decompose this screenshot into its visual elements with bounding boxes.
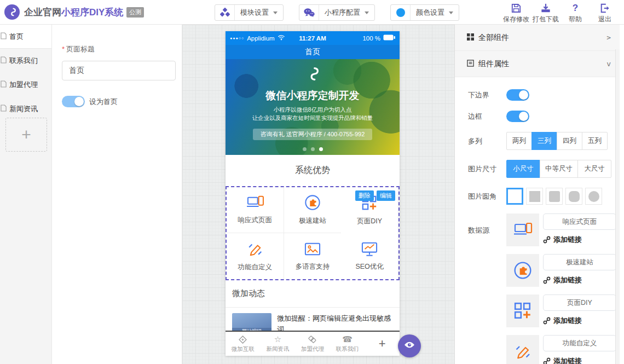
carousel-dots[interactable] xyxy=(226,147,400,151)
carousel-dot-active[interactable] xyxy=(319,147,323,151)
chevron-down-icon xyxy=(273,11,278,14)
datasource-list: 添加链接 添加链接 添加链接 xyxy=(506,213,616,364)
exit-icon xyxy=(600,2,610,13)
page-item-agency[interactable]: 加盟代理 xyxy=(0,73,51,97)
edit-component-button[interactable]: 编辑 xyxy=(377,190,395,201)
tab-news[interactable]: ☆ 新闻资讯 xyxy=(261,334,296,353)
app-logo-icon xyxy=(4,4,20,20)
carousel-dot[interactable] xyxy=(311,147,315,151)
color-settings-dropdown[interactable]: 颜色设置 xyxy=(390,4,459,21)
size-option-large[interactable]: 大尺寸 xyxy=(577,160,611,178)
color-circle-icon xyxy=(391,5,411,20)
chevron-down-icon xyxy=(365,11,369,14)
add-link-button[interactable]: 添加链接 xyxy=(543,356,616,364)
page-doc-icon xyxy=(1,56,7,65)
columns-option-2[interactable]: 两列 xyxy=(506,132,532,150)
exit-button[interactable]: 退出 xyxy=(590,2,620,24)
download-button[interactable]: 打包下载 xyxy=(531,2,561,24)
chevron-down-icon xyxy=(449,11,453,14)
phone-nav-title: 首页 xyxy=(226,45,400,59)
responsive-icon xyxy=(506,213,539,246)
radius-option-none-selected[interactable] xyxy=(506,188,523,205)
size-option-small-selected[interactable]: 小尺寸 xyxy=(506,160,540,178)
chevron-right-icon: > xyxy=(606,33,611,42)
puzzle-icon xyxy=(506,254,539,287)
save-button[interactable]: 保存修改 xyxy=(501,2,531,24)
datasource-item: 添加链接 xyxy=(506,294,616,327)
datasource-item: 添加链接 xyxy=(506,254,616,287)
inspector-panel: 全部组件 > 组件属性 v 下边界 边框 多列 两列 三列 四列 五列 图片尺寸 xyxy=(454,25,620,364)
image-radius-label: 图片圆角 xyxy=(468,192,506,201)
chevron-down-icon: v xyxy=(606,60,611,68)
page-item-home[interactable]: 首页 xyxy=(0,25,51,49)
feature-fast-build[interactable]: 极速建站 xyxy=(284,187,342,233)
all-components-header[interactable]: 全部组件 > xyxy=(455,25,620,51)
datasource-name-input[interactable] xyxy=(543,335,616,351)
app-header: 企业官网小程序DIY系统 公测 模块设置 小程序配置 颜色设置 xyxy=(0,0,624,25)
app-title: 企业官网小程序DIY系统 xyxy=(24,6,123,19)
size-option-medium[interactable]: 中等尺寸 xyxy=(540,160,578,178)
tab-contact[interactable]: ☎ 联系我们 xyxy=(330,334,365,353)
datasource-name-input[interactable] xyxy=(543,213,616,230)
columns-option-5[interactable]: 五列 xyxy=(582,132,608,150)
feature-custom[interactable]: 功能自定义 xyxy=(227,233,284,279)
bottom-border-toggle[interactable] xyxy=(506,89,529,101)
tab-add-button[interactable]: + xyxy=(365,339,400,349)
columns-label: 多列 xyxy=(468,136,506,146)
add-link-button[interactable]: 添加链接 xyxy=(543,316,616,326)
tags-icon xyxy=(308,334,317,344)
page-item-contact[interactable]: 联系我们 xyxy=(0,49,51,73)
feature-responsive[interactable]: 响应式页面 xyxy=(227,187,284,233)
pencil-icon xyxy=(506,335,539,364)
datasource-item: 添加链接 xyxy=(506,335,616,364)
miniprogram-config-dropdown[interactable]: 小程序配置 xyxy=(299,4,375,21)
radius-option-circle[interactable] xyxy=(585,188,602,205)
battery-icon xyxy=(383,34,395,42)
inspector-scrollbar[interactable] xyxy=(615,49,620,364)
tab-brand[interactable]: 微加互联 xyxy=(226,334,261,353)
design-canvas: 11:27 AM ●●●○○ Applidium 100 % 首页 微信小程序定… xyxy=(182,25,454,364)
add-link-button[interactable]: 添加链接 xyxy=(543,275,616,285)
eye-icon xyxy=(404,341,415,351)
brand-diamond-icon xyxy=(238,334,247,344)
add-link-button[interactable]: 添加链接 xyxy=(543,235,616,245)
phone-status-bar: 11:27 AM ●●●○○ Applidium 100 % xyxy=(226,31,400,45)
datasource-name-input[interactable] xyxy=(543,254,616,270)
datasource-name-input[interactable] xyxy=(543,294,616,311)
image-size-label: 图片尺寸 xyxy=(468,164,506,174)
star-icon: ☆ xyxy=(274,334,281,344)
add-page-button[interactable]: + xyxy=(5,118,47,152)
radius-option-medium[interactable] xyxy=(565,188,582,205)
page-title-input[interactable] xyxy=(62,61,176,80)
carousel-dot[interactable] xyxy=(303,147,307,151)
border-toggle[interactable] xyxy=(506,111,529,122)
tab-agency[interactable]: 加盟代理 xyxy=(295,334,330,353)
feature-multilang[interactable]: 多语言支持 xyxy=(284,233,342,279)
responsive-icon xyxy=(246,195,264,212)
module-settings-dropdown[interactable]: 模块设置 xyxy=(215,4,284,21)
banner-slide[interactable]: 微信小程序定制开发 小程序以微信8亿用户为切入点 让企业以及商家在短时间里实现提… xyxy=(226,59,400,155)
radius-option-small[interactable] xyxy=(546,188,563,205)
delete-component-button[interactable]: 删除 xyxy=(355,190,374,201)
set-home-label: 设为首页 xyxy=(89,97,118,107)
phone-icon: ☎ xyxy=(342,334,353,344)
help-icon: ? xyxy=(573,2,578,13)
feature-seo[interactable]: SEO优化 xyxy=(341,233,398,279)
border-label: 边框 xyxy=(468,112,506,122)
columns-option-3-selected[interactable]: 三列 xyxy=(531,132,557,150)
monitor-chart-icon xyxy=(361,241,378,259)
preview-button[interactable] xyxy=(398,334,421,357)
advantages-section-title: 系统优势 xyxy=(226,155,400,186)
datasource-item: 添加链接 xyxy=(506,213,616,246)
plus-icon: + xyxy=(379,339,386,349)
banner-title: 微信小程序定制开发 xyxy=(226,89,400,103)
help-button[interactable]: ? 帮助 xyxy=(561,2,590,24)
feature-grid-component[interactable]: 删除 编辑 响应式页面 极速建站 页面DIY 功能自定义 多语言支持 xyxy=(226,186,400,280)
component-props-header[interactable]: 组件属性 v xyxy=(455,51,620,77)
beta-badge: 公测 xyxy=(126,7,144,18)
columns-option-4[interactable]: 四列 xyxy=(557,132,582,150)
radius-option-square[interactable] xyxy=(526,188,543,205)
page-doc-icon xyxy=(1,32,7,41)
header-actions: 保存修改 打包下载 ? 帮助 退出 xyxy=(501,2,620,24)
set-home-toggle[interactable] xyxy=(62,96,85,107)
